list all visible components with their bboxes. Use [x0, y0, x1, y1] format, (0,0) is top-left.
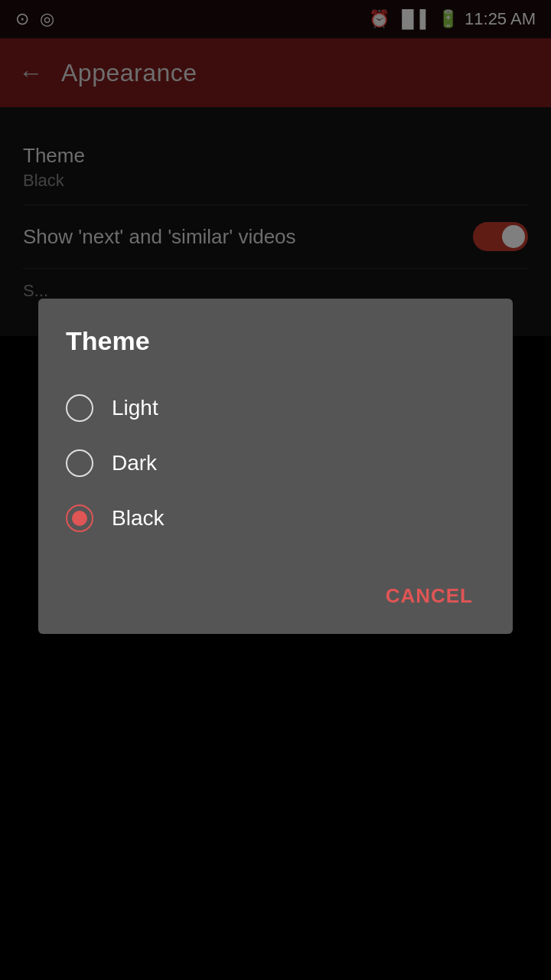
radio-inner-black	[72, 511, 87, 526]
cancel-button[interactable]: CANCEL	[373, 577, 485, 616]
radio-label-light: Light	[112, 396, 158, 420]
radio-option-black[interactable]: Black	[66, 491, 485, 546]
dialog-actions: CANCEL	[66, 564, 485, 616]
radio-circle-black	[66, 505, 93, 532]
radio-circle-light	[66, 394, 93, 422]
dialog-title: Theme	[66, 326, 485, 356]
radio-option-dark[interactable]: Dark	[66, 436, 485, 491]
radio-label-black: Black	[112, 506, 164, 531]
theme-dialog: Theme Light Dark Black CANCEL	[38, 299, 513, 634]
radio-label-dark: Dark	[112, 451, 157, 475]
radio-circle-dark	[66, 449, 93, 477]
radio-option-light[interactable]: Light	[66, 381, 485, 436]
